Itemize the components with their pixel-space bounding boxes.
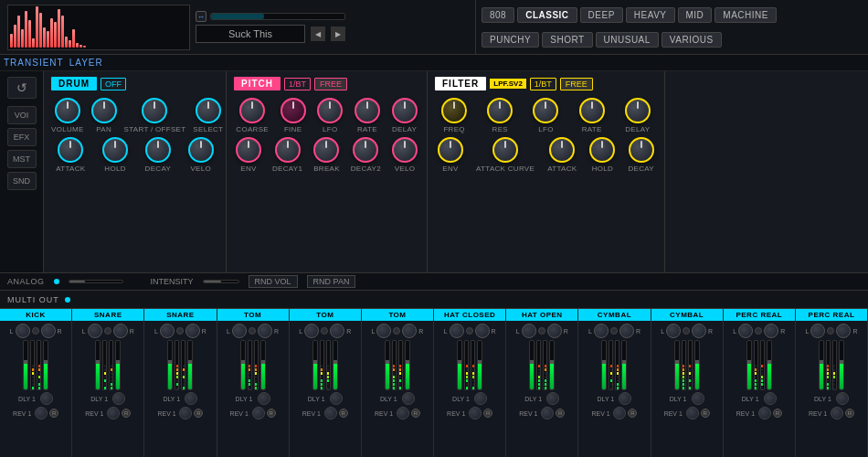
filter-attack-curve-knob[interactable] — [492, 137, 518, 163]
r-button-5[interactable]: R — [411, 409, 420, 418]
fader-track-r-0[interactable] — [43, 340, 48, 390]
dly-knob-4[interactable] — [330, 392, 343, 405]
lr-r-knob-8[interactable] — [619, 324, 634, 338]
r-button-6[interactable]: R — [483, 409, 492, 418]
fader-track-r-4[interactable] — [333, 340, 338, 390]
fader-track-r-8[interactable] — [621, 340, 627, 390]
lr-r-knob-5[interactable] — [402, 324, 417, 338]
r-button-10[interactable]: R — [773, 409, 782, 418]
center-knob-10[interactable] — [755, 327, 762, 335]
pitch-break-knob[interactable] — [313, 137, 339, 163]
prev-preset-button[interactable]: ◀ — [311, 27, 325, 41]
fader-track-r-10[interactable] — [767, 340, 772, 390]
pitch-lfo-knob[interactable] — [317, 98, 343, 123]
filter-free-badge[interactable]: FREE — [560, 78, 593, 90]
pitch-free-badge[interactable]: FREE — [314, 78, 347, 90]
dly-knob-11[interactable] — [836, 392, 849, 405]
center-knob-6[interactable] — [466, 327, 473, 335]
drum-hold-knob[interactable] — [102, 137, 128, 163]
fader-track-l-0[interactable] — [23, 340, 28, 390]
filter-rate-knob[interactable] — [579, 98, 605, 123]
dly-knob-3[interactable] — [258, 392, 270, 405]
fader-track-l-8[interactable] — [601, 340, 607, 390]
lr-r-knob-10[interactable] — [764, 324, 778, 338]
fader-track-l-7[interactable] — [529, 340, 535, 390]
rev-knob-5[interactable] — [397, 407, 409, 420]
filter-env-knob[interactable] — [438, 137, 463, 163]
dly-knob-8[interactable] — [619, 392, 631, 405]
fader-track-l-4[interactable] — [312, 340, 318, 390]
rev-knob-4[interactable] — [324, 407, 337, 420]
lr-r-knob-2[interactable] — [185, 324, 200, 338]
rev-knob-10[interactable] — [758, 407, 771, 420]
center-knob-2[interactable] — [176, 327, 184, 335]
lr-r-knob-0[interactable] — [41, 324, 56, 338]
lr-r-knob-11[interactable] — [836, 324, 851, 338]
lr-l-knob-10[interactable] — [738, 324, 753, 338]
fader-track-r-11[interactable] — [839, 340, 844, 390]
fader-track-l-6[interactable] — [457, 340, 462, 390]
filter-lfo-knob[interactable] — [533, 98, 558, 123]
fader-track-r-3[interactable] — [260, 340, 266, 390]
drum-volume-knob[interactable] — [55, 98, 80, 123]
rnd-pan-button[interactable]: RND PAN — [307, 275, 356, 288]
pitch-decay1-knob[interactable] — [275, 137, 301, 163]
rev-knob-7[interactable] — [541, 407, 554, 420]
preset-btn-short[interactable]: SHORT — [542, 32, 592, 48]
r-button-7[interactable]: R — [556, 409, 565, 418]
next-preset-button[interactable]: ▶ — [331, 27, 345, 41]
center-knob-8[interactable] — [610, 327, 618, 335]
lr-l-knob-6[interactable] — [450, 324, 464, 338]
center-knob-7[interactable] — [538, 327, 545, 335]
preset-btn-deep[interactable]: DEEP — [580, 7, 623, 23]
dly-knob-2[interactable] — [185, 392, 197, 405]
pitch-fine-knob[interactable] — [281, 98, 306, 123]
rev-knob-8[interactable] — [613, 407, 626, 420]
lr-l-knob-3[interactable] — [232, 324, 247, 338]
rev-knob-6[interactable] — [469, 407, 482, 420]
center-knob-1[interactable] — [104, 327, 111, 335]
preset-btn-various[interactable]: VARIOUS — [662, 32, 722, 48]
lr-r-knob-6[interactable] — [475, 324, 490, 338]
dly-knob-6[interactable] — [474, 392, 487, 405]
rev-knob-0[interactable] — [35, 407, 48, 420]
filter-1bt-badge[interactable]: 1/BT — [530, 78, 556, 90]
fader-track-l-1[interactable] — [95, 340, 101, 390]
center-knob-3[interactable] — [249, 327, 256, 335]
fader-track-r-9[interactable] — [694, 340, 700, 390]
pitch-coarse-knob[interactable] — [239, 98, 265, 123]
voi-button[interactable]: VOI — [7, 106, 37, 124]
dly-knob-10[interactable] — [764, 392, 777, 405]
rev-knob-9[interactable] — [686, 407, 699, 420]
lr-r-knob-9[interactable] — [692, 324, 706, 338]
filter-delay-knob[interactable] — [625, 98, 651, 123]
preset-btn-mid[interactable]: MID — [678, 7, 713, 23]
fader-track-l-5[interactable] — [385, 340, 390, 390]
fader-track-r-1[interactable] — [115, 340, 121, 390]
lr-r-knob-4[interactable] — [330, 324, 344, 338]
r-button-2[interactable]: R — [194, 409, 203, 418]
preset-btn-heavy[interactable]: HEAVY — [626, 7, 675, 23]
lr-r-knob-1[interactable] — [113, 324, 128, 338]
rev-knob-2[interactable] — [179, 407, 192, 420]
pitch-1bt-badge[interactable]: 1/BT — [284, 78, 311, 90]
pitch-velo-knob[interactable] — [392, 137, 418, 163]
dly-knob-0[interactable] — [40, 392, 53, 405]
pitch-decay2-knob[interactable] — [353, 137, 378, 163]
pitch-delay-knob[interactable] — [392, 98, 418, 123]
r-button-4[interactable]: R — [339, 409, 348, 418]
fader-track-l-10[interactable] — [746, 340, 752, 390]
fader-track-r-2[interactable] — [187, 340, 193, 390]
preset-btn-808[interactable]: 808 — [482, 7, 514, 23]
preset-btn-punchy[interactable]: PUNCHY — [482, 32, 539, 48]
history-button[interactable]: ↺ — [7, 77, 37, 99]
fader-track-l-3[interactable] — [240, 340, 246, 390]
dly-knob-5[interactable] — [402, 392, 415, 405]
r-button-9[interactable]: R — [701, 409, 710, 418]
preset-btn-classic[interactable]: CLAssIC — [517, 7, 577, 23]
center-knob-11[interactable] — [827, 327, 834, 335]
dly-knob-9[interactable] — [692, 392, 704, 405]
lr-l-knob-9[interactable] — [666, 324, 681, 338]
center-knob-4[interactable] — [321, 327, 328, 335]
rev-knob-11[interactable] — [831, 407, 843, 420]
